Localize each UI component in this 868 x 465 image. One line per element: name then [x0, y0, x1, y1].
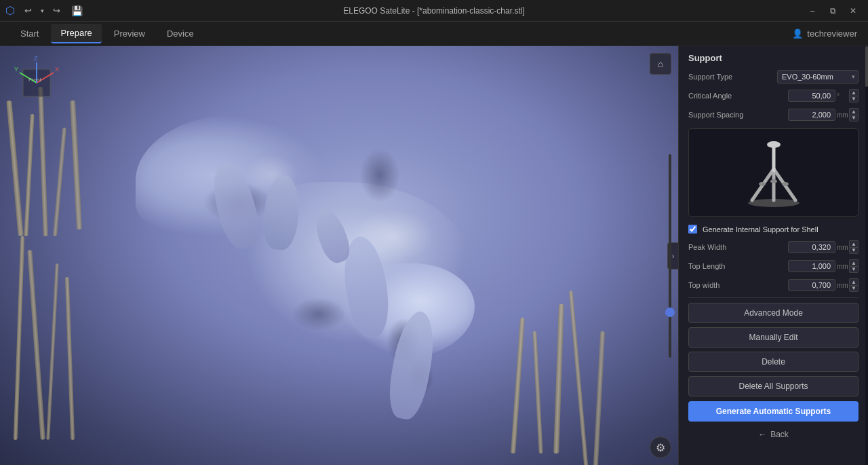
- manually-edit-button[interactable]: Manually Edit: [688, 327, 859, 348]
- support-type-select[interactable]: EVO_30-60mm: [777, 70, 859, 83]
- top-length-value: mm ▲ ▼: [788, 259, 859, 273]
- slider-track: [669, 154, 671, 358]
- title-bar: ⬡ ↩ ▾ ↪ 💾 ELEGOO SateLite - [*abominatio…: [0, 0, 868, 22]
- panel-title: Support: [679, 46, 868, 67]
- internal-support-checkbox-row: Generate Internal Support for Shell: [679, 221, 868, 238]
- username-label: techreviewer: [807, 29, 857, 39]
- support-preview-svg: [740, 135, 808, 210]
- critical-angle-up[interactable]: ▲: [849, 89, 859, 96]
- internal-support-checkbox[interactable]: [688, 225, 697, 234]
- delete-button[interactable]: Delete: [688, 352, 859, 372]
- viewport-controls: ⌂: [650, 53, 671, 75]
- support-spacing-down[interactable]: ▼: [849, 115, 859, 122]
- tab-prepare[interactable]: Prepare: [51, 24, 101, 43]
- window-controls: – ⧉ ✕: [803, 1, 863, 20]
- top-width-label: Top width: [688, 281, 784, 289]
- advanced-mode-button[interactable]: Advanced Mode: [688, 303, 859, 323]
- panel-scrollbar: [865, 46, 868, 465]
- titlebar-controls: ↩ ▾ ↪ 💾: [20, 4, 87, 18]
- svg-text:Y: Y: [14, 66, 18, 73]
- top-length-label: Top Length: [688, 262, 784, 270]
- svg-text:Front: Front: [28, 77, 41, 83]
- main-layout: X Y Z Front ⌂ › ⚙: [0, 46, 868, 465]
- support-spacing-spinners: ▲ ▼: [849, 108, 859, 122]
- support-spacing-up[interactable]: ▲: [849, 108, 859, 115]
- svg-text:X: X: [55, 66, 59, 73]
- top-width-unit: mm: [837, 282, 848, 289]
- close-button[interactable]: ✕: [844, 1, 863, 20]
- support-spacing-label: Support Spacing: [688, 111, 784, 119]
- top-length-unit: mm: [837, 263, 848, 270]
- critical-angle-row: Critical Angle ° ▲ ▼: [679, 86, 868, 105]
- support-spacing-row: Support Spacing mm ▲ ▼: [679, 105, 868, 124]
- delete-all-supports-button[interactable]: Delete All Supports: [688, 376, 859, 396]
- support-spacing-input[interactable]: [788, 109, 835, 121]
- peak-width-input[interactable]: [788, 241, 835, 253]
- model-dent-3: [359, 148, 400, 202]
- svg-point-15: [782, 182, 789, 186]
- back-row[interactable]: ← Back: [679, 424, 868, 445]
- svg-point-14: [759, 182, 766, 186]
- peak-width-spinners: ▲ ▼: [849, 240, 859, 254]
- peak-width-label: Peak Width: [688, 243, 784, 251]
- user-menu[interactable]: 👤 techreviewer: [792, 29, 857, 39]
- peak-width-value: mm ▲ ▼: [788, 240, 859, 254]
- tab-device[interactable]: Device: [157, 24, 203, 43]
- peak-width-unit: mm: [837, 244, 848, 251]
- tab-start[interactable]: Start: [11, 24, 48, 43]
- right-panel: Support Support Type EVO_30-60mm Critica…: [678, 46, 868, 465]
- minimize-button[interactable]: –: [803, 1, 822, 20]
- top-width-up[interactable]: ▲: [849, 278, 859, 285]
- axis-gizmo: X Y Z Front: [9, 56, 64, 110]
- generate-supports-button[interactable]: Generate Automatic Supports: [688, 401, 859, 422]
- top-width-down[interactable]: ▼: [849, 285, 859, 292]
- divider-1: [688, 297, 859, 298]
- viewport-gear-button[interactable]: ⚙: [650, 436, 671, 458]
- panel-scrollbar-thumb: [865, 46, 868, 87]
- critical-angle-input[interactable]: [788, 90, 835, 102]
- maximize-button[interactable]: ⧉: [823, 1, 842, 20]
- critical-angle-unit: °: [837, 92, 848, 100]
- svg-point-13: [767, 141, 781, 148]
- viewport[interactable]: X Y Z Front ⌂ › ⚙: [0, 46, 678, 465]
- critical-angle-label: Critical Angle: [688, 92, 784, 100]
- peak-width-up[interactable]: ▲: [849, 240, 859, 247]
- top-width-value: mm ▲ ▼: [788, 278, 859, 292]
- critical-angle-value: ° ▲ ▼: [788, 89, 859, 103]
- critical-angle-spinners: ▲ ▼: [849, 89, 859, 103]
- menu-bar: Start Prepare Preview Device 👤 techrevie…: [0, 22, 868, 46]
- support-type-row: Support Type EVO_30-60mm: [679, 67, 868, 86]
- support-spacing-unit: mm: [837, 111, 848, 119]
- support-spacing-value: mm ▲ ▼: [788, 108, 859, 122]
- svg-point-16: [770, 179, 777, 183]
- svg-text:Z: Z: [34, 56, 38, 62]
- home-view-button[interactable]: ⌂: [650, 53, 671, 75]
- tab-preview[interactable]: Preview: [104, 24, 155, 43]
- back-label: Back: [770, 430, 789, 439]
- peak-width-down[interactable]: ▼: [849, 247, 859, 254]
- critical-angle-down[interactable]: ▼: [849, 96, 859, 103]
- redo-button[interactable]: ↪: [49, 4, 64, 17]
- top-width-spinners: ▲ ▼: [849, 278, 859, 292]
- app-logo-icon: ⬡: [5, 4, 15, 17]
- top-width-row: Top width mm ▲ ▼: [679, 276, 868, 295]
- undo-dropdown-button[interactable]: ▾: [39, 6, 46, 16]
- undo-button[interactable]: ↩: [20, 4, 36, 17]
- support-type-select-wrapper: EVO_30-60mm: [777, 70, 859, 83]
- title-bar-left: ⬡ ↩ ▾ ↪ 💾: [5, 4, 87, 18]
- support-preview: [688, 128, 859, 217]
- peak-width-row: Peak Width mm ▲ ▼: [679, 238, 868, 257]
- top-length-down[interactable]: ▼: [849, 266, 859, 273]
- top-length-input[interactable]: [788, 260, 835, 272]
- top-length-up[interactable]: ▲: [849, 259, 859, 266]
- viewport-slider[interactable]: [669, 154, 671, 358]
- top-length-spinners: ▲ ▼: [849, 259, 859, 273]
- model-dent-2: [292, 297, 346, 331]
- support-type-label: Support Type: [688, 73, 773, 81]
- slider-thumb[interactable]: [665, 308, 675, 317]
- internal-support-label: Generate Internal Support for Shell: [703, 225, 818, 234]
- save-button[interactable]: 💾: [67, 4, 87, 18]
- top-width-input[interactable]: [788, 279, 835, 291]
- top-length-row: Top Length mm ▲ ▼: [679, 257, 868, 276]
- user-icon: 👤: [792, 29, 803, 39]
